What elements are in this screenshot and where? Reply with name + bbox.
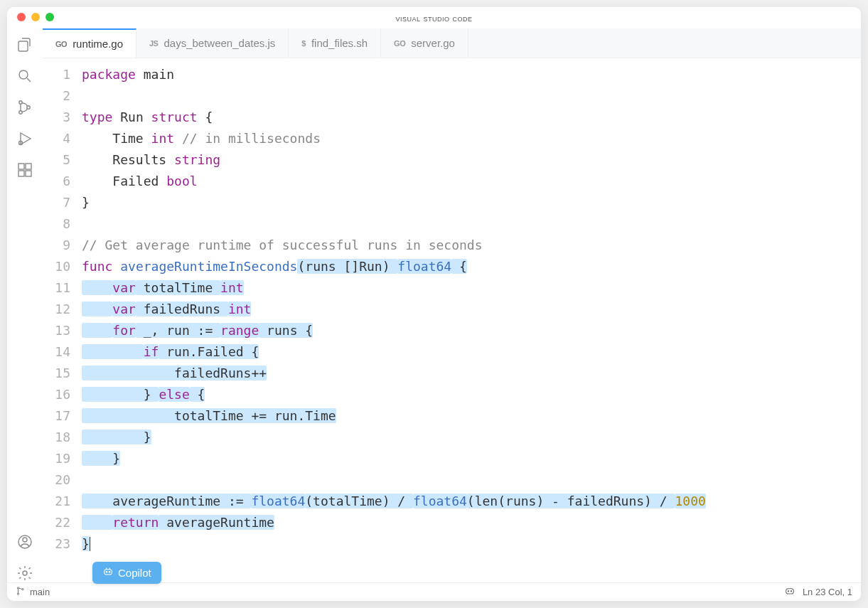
line-number: 15 <box>43 363 82 384</box>
search-icon[interactable] <box>16 67 34 85</box>
line-number: 20 <box>43 469 82 491</box>
svg-rect-18 <box>786 589 794 594</box>
tab-label: days_between_dates.js <box>164 37 275 49</box>
line-number: 13 <box>43 320 82 341</box>
code-editor[interactable]: 1package main23type Run struct {4 Time i… <box>43 58 861 582</box>
svg-point-20 <box>791 591 791 592</box>
maximize-window-button[interactable] <box>45 13 54 21</box>
line-number: 8 <box>43 213 82 235</box>
svg-point-3 <box>27 106 30 109</box>
file-type-icon: GO <box>55 40 67 48</box>
line-number: 7 <box>43 192 82 213</box>
run-debug-icon[interactable] <box>16 129 34 148</box>
code-line[interactable]: 16 } else { <box>43 384 861 405</box>
code-line[interactable]: 21 averageRuntime := float64(totalTime) … <box>43 491 861 512</box>
svg-point-1 <box>19 101 22 104</box>
branch-name: main <box>30 587 50 597</box>
tab-label: find_files.sh <box>311 37 368 49</box>
status-branch[interactable]: main <box>16 586 50 598</box>
settings-gear-icon[interactable] <box>16 564 34 582</box>
svg-point-11 <box>23 571 27 575</box>
file-type-icon: JS <box>149 39 158 48</box>
text-cursor <box>90 537 90 551</box>
minimize-window-button[interactable] <box>31 13 40 21</box>
line-number: 10 <box>43 256 82 277</box>
code-line[interactable]: 12 var failedRuns int <box>43 299 861 320</box>
editor-group: GOruntime.goJSdays_between_dates.js$find… <box>43 28 861 582</box>
code-line[interactable]: 4 Time int // in milliseconds <box>43 128 861 149</box>
line-number: 3 <box>43 107 82 128</box>
line-number: 1 <box>43 64 82 85</box>
svg-rect-8 <box>26 171 31 176</box>
line-number: 11 <box>43 277 82 299</box>
code-line[interactable]: 13 for _, run := range runs { <box>43 320 861 341</box>
tab-runtime-go[interactable]: GOruntime.go <box>43 28 136 58</box>
code-line[interactable]: 5 Results string <box>43 149 861 171</box>
svg-point-14 <box>109 572 110 573</box>
code-line[interactable]: 15 failedRuns++ <box>43 363 861 384</box>
code-line[interactable]: 23} <box>43 533 861 555</box>
svg-rect-7 <box>18 171 24 176</box>
svg-point-16 <box>17 593 18 594</box>
copilot-button[interactable]: Copilot <box>92 562 161 584</box>
line-number: 2 <box>43 85 82 107</box>
line-number: 18 <box>43 427 82 448</box>
svg-rect-6 <box>26 164 31 169</box>
line-number: 5 <box>43 149 82 171</box>
status-copilot-icon[interactable] <box>784 585 795 599</box>
svg-point-0 <box>19 70 28 79</box>
window-title: Visual Studio Code <box>395 13 472 23</box>
status-bar: main Ln 23 Col, 1 <box>7 582 861 601</box>
tab-find_files-sh[interactable]: $find_files.sh <box>289 28 381 58</box>
titlebar: Visual Studio Code <box>7 7 861 28</box>
svg-point-15 <box>17 587 18 589</box>
copilot-icon <box>102 566 114 580</box>
main-area: GOruntime.goJSdays_between_dates.js$find… <box>7 28 861 582</box>
code-line[interactable]: 18 } <box>43 427 861 448</box>
code-line[interactable]: 22 return averageRuntime <box>43 512 861 533</box>
branch-icon <box>16 586 26 598</box>
line-number: 22 <box>43 512 82 533</box>
line-number: 6 <box>43 171 82 192</box>
code-line[interactable]: 19 } <box>43 448 861 469</box>
vscode-window: Visual Studio Code <box>7 7 861 601</box>
code-line[interactable]: 17 totalTime += run.Time <box>43 405 861 427</box>
line-number: 16 <box>43 384 82 405</box>
code-line[interactable]: 7} <box>43 192 861 213</box>
tab-label: runtime.go <box>73 38 123 50</box>
svg-point-19 <box>788 591 788 592</box>
line-number: 21 <box>43 491 82 512</box>
window-controls <box>17 13 54 21</box>
activity-bar <box>7 28 43 582</box>
code-line[interactable]: 20 <box>43 469 861 491</box>
code-line[interactable]: 1package main <box>43 64 861 85</box>
code-line[interactable]: 10func averageRuntimeInSeconds(runs []Ru… <box>43 256 861 277</box>
copilot-label: Copilot <box>118 567 151 579</box>
code-line[interactable]: 3type Run struct { <box>43 107 861 128</box>
source-control-icon[interactable] <box>16 98 34 117</box>
svg-point-10 <box>23 538 27 542</box>
file-type-icon: $ <box>301 39 306 48</box>
code-line[interactable]: 9// Get average runtime of successful ru… <box>43 235 861 256</box>
tab-days_between_dates-js[interactable]: JSdays_between_dates.js <box>136 28 289 58</box>
code-line[interactable]: 14 if run.Failed { <box>43 341 861 363</box>
code-line[interactable]: 6 Failed bool <box>43 171 861 192</box>
line-number: 19 <box>43 448 82 469</box>
line-number: 14 <box>43 341 82 363</box>
svg-rect-12 <box>105 570 112 575</box>
extensions-icon[interactable] <box>16 161 34 179</box>
code-line[interactable]: 2 <box>43 85 861 107</box>
tab-bar: GOruntime.goJSdays_between_dates.js$find… <box>43 28 861 58</box>
account-icon[interactable] <box>16 533 34 551</box>
file-type-icon: GO <box>394 39 405 48</box>
cursor-position[interactable]: Ln 23 Col, 1 <box>803 587 852 597</box>
close-window-button[interactable] <box>17 13 26 21</box>
line-number: 4 <box>43 128 82 149</box>
explorer-icon[interactable] <box>16 36 34 54</box>
line-number: 17 <box>43 405 82 427</box>
svg-rect-5 <box>18 164 24 169</box>
tab-server-go[interactable]: GOserver.go <box>381 28 468 58</box>
code-line[interactable]: 11 var totalTime int <box>43 277 861 299</box>
code-line[interactable]: 8 <box>43 213 861 235</box>
svg-point-2 <box>19 111 22 114</box>
